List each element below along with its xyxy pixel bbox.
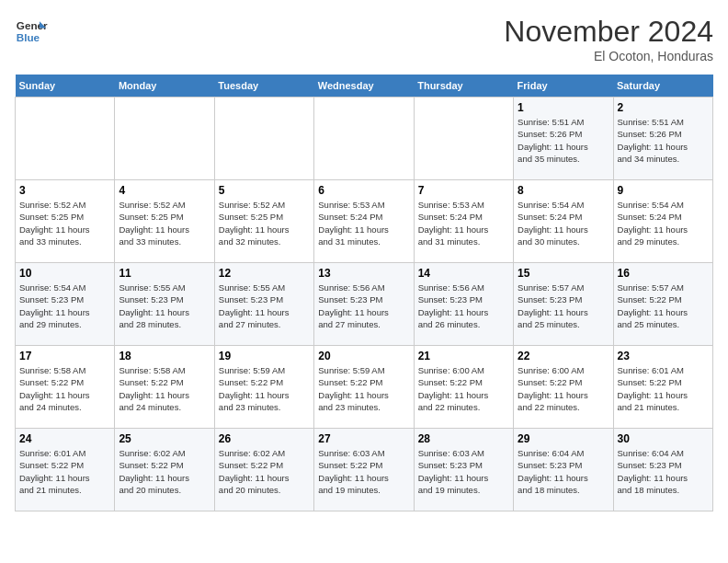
calendar-cell: 7Sunrise: 5:53 AMSunset: 5:24 PMDaylight… [414,180,513,263]
calendar-cell [16,98,115,180]
day-info: Sunrise: 6:03 AMSunset: 5:23 PMDaylight:… [418,447,509,496]
title-block: November 2024 El Ocoton, Honduras [504,15,713,63]
calendar-cell: 22Sunrise: 6:00 AMSunset: 5:22 PMDayligh… [514,346,613,429]
calendar-cell: 24Sunrise: 6:01 AMSunset: 5:22 PMDayligh… [16,429,115,511]
calendar-cell: 26Sunrise: 6:02 AMSunset: 5:22 PMDayligh… [214,429,313,511]
day-info: Sunrise: 5:59 AMSunset: 5:22 PMDaylight:… [318,364,409,413]
day-number: 11 [119,267,210,280]
day-number: 8 [518,184,609,197]
day-number: 25 [119,432,210,445]
weekday-header-wednesday: Wednesday [314,75,414,98]
day-number: 21 [418,350,509,362]
calendar-cell [214,98,313,180]
day-info: Sunrise: 5:53 AMSunset: 5:24 PMDaylight:… [318,199,409,247]
day-number: 7 [418,184,509,197]
calendar-cell: 27Sunrise: 6:03 AMSunset: 5:22 PMDayligh… [314,429,414,511]
day-info: Sunrise: 5:56 AMSunset: 5:23 PMDaylight:… [318,282,409,330]
day-info: Sunrise: 5:54 AMSunset: 5:23 PMDaylight:… [19,282,110,330]
day-info: Sunrise: 6:01 AMSunset: 5:22 PMDaylight:… [19,447,110,496]
logo: General Blue General Blue [15,15,48,48]
day-number: 20 [318,350,409,362]
weekday-header-thursday: Thursday [414,75,513,98]
day-info: Sunrise: 5:52 AMSunset: 5:25 PMDaylight:… [219,199,310,247]
day-number: 26 [219,432,310,445]
day-info: Sunrise: 6:02 AMSunset: 5:22 PMDaylight:… [219,447,310,496]
day-number: 27 [318,432,409,445]
calendar-cell: 16Sunrise: 5:57 AMSunset: 5:22 PMDayligh… [613,263,712,346]
calendar-cell [414,98,513,180]
calendar-cell: 9Sunrise: 5:54 AMSunset: 5:24 PMDaylight… [613,180,712,263]
day-number: 24 [19,432,110,445]
day-info: Sunrise: 6:02 AMSunset: 5:22 PMDaylight:… [119,447,210,496]
day-info: Sunrise: 5:59 AMSunset: 5:22 PMDaylight:… [219,364,310,413]
weekday-header-tuesday: Tuesday [214,75,313,98]
day-number: 2 [618,101,709,114]
calendar-cell: 6Sunrise: 5:53 AMSunset: 5:24 PMDaylight… [314,180,414,263]
day-info: Sunrise: 5:56 AMSunset: 5:23 PMDaylight:… [418,282,509,330]
calendar-week-1: 1Sunrise: 5:51 AMSunset: 5:26 PMDaylight… [16,98,713,180]
calendar-cell: 21Sunrise: 6:00 AMSunset: 5:22 PMDayligh… [414,346,513,429]
day-number: 4 [119,184,210,197]
day-info: Sunrise: 5:58 AMSunset: 5:22 PMDaylight:… [19,364,110,413]
calendar-cell: 23Sunrise: 6:01 AMSunset: 5:22 PMDayligh… [613,346,712,429]
day-info: Sunrise: 6:03 AMSunset: 5:22 PMDaylight:… [318,447,409,496]
day-number: 18 [119,350,210,362]
calendar-week-4: 17Sunrise: 5:58 AMSunset: 5:22 PMDayligh… [16,346,713,429]
day-info: Sunrise: 6:04 AMSunset: 5:23 PMDaylight:… [618,447,709,496]
day-info: Sunrise: 5:51 AMSunset: 5:26 PMDaylight:… [518,116,609,165]
calendar-cell: 25Sunrise: 6:02 AMSunset: 5:22 PMDayligh… [115,429,214,511]
day-info: Sunrise: 5:55 AMSunset: 5:23 PMDaylight:… [219,282,310,330]
month-title: November 2024 [504,15,713,49]
calendar-cell: 30Sunrise: 6:04 AMSunset: 5:23 PMDayligh… [613,429,712,511]
day-info: Sunrise: 5:53 AMSunset: 5:24 PMDaylight:… [418,199,509,247]
day-number: 30 [618,432,709,445]
day-number: 10 [19,267,110,280]
logo-icon: General Blue [15,15,48,48]
day-number: 28 [418,432,509,445]
day-number: 3 [19,184,110,197]
day-info: Sunrise: 5:57 AMSunset: 5:23 PMDaylight:… [518,282,609,330]
calendar-cell: 28Sunrise: 6:03 AMSunset: 5:23 PMDayligh… [414,429,513,511]
calendar-cell: 19Sunrise: 5:59 AMSunset: 5:22 PMDayligh… [214,346,313,429]
calendar-cell [314,98,414,180]
location: El Ocoton, Honduras [504,49,713,63]
day-info: Sunrise: 5:57 AMSunset: 5:22 PMDaylight:… [618,282,709,330]
calendar-week-5: 24Sunrise: 6:01 AMSunset: 5:22 PMDayligh… [16,429,713,511]
calendar-cell: 12Sunrise: 5:55 AMSunset: 5:23 PMDayligh… [214,263,313,346]
day-number: 22 [518,350,609,362]
day-number: 13 [318,267,409,280]
day-number: 19 [219,350,310,362]
day-number: 9 [618,184,709,197]
calendar-cell: 20Sunrise: 5:59 AMSunset: 5:22 PMDayligh… [314,346,414,429]
calendar-header: SundayMondayTuesdayWednesdayThursdayFrid… [16,75,713,98]
calendar-cell: 2Sunrise: 5:51 AMSunset: 5:26 PMDaylight… [613,98,712,180]
day-info: Sunrise: 5:51 AMSunset: 5:26 PMDaylight:… [618,116,709,165]
weekday-header-saturday: Saturday [613,75,712,98]
calendar-table: SundayMondayTuesdayWednesdayThursdayFrid… [15,75,713,511]
day-info: Sunrise: 5:55 AMSunset: 5:23 PMDaylight:… [119,282,210,330]
calendar-cell: 10Sunrise: 5:54 AMSunset: 5:23 PMDayligh… [16,263,115,346]
day-number: 16 [618,267,709,280]
svg-text:Blue: Blue [17,31,40,43]
day-info: Sunrise: 6:00 AMSunset: 5:22 PMDaylight:… [518,364,609,413]
calendar-cell: 15Sunrise: 5:57 AMSunset: 5:23 PMDayligh… [514,263,613,346]
calendar-cell: 1Sunrise: 5:51 AMSunset: 5:26 PMDaylight… [514,98,613,180]
weekday-header-monday: Monday [115,75,214,98]
day-number: 17 [19,350,110,362]
day-info: Sunrise: 6:01 AMSunset: 5:22 PMDaylight:… [618,364,709,413]
calendar-cell: 14Sunrise: 5:56 AMSunset: 5:23 PMDayligh… [414,263,513,346]
day-info: Sunrise: 5:54 AMSunset: 5:24 PMDaylight:… [618,199,709,247]
day-info: Sunrise: 6:04 AMSunset: 5:23 PMDaylight:… [518,447,609,496]
day-number: 6 [318,184,409,197]
weekday-header-friday: Friday [514,75,613,98]
weekday-header-sunday: Sunday [16,75,115,98]
calendar-week-3: 10Sunrise: 5:54 AMSunset: 5:23 PMDayligh… [16,263,713,346]
day-info: Sunrise: 5:52 AMSunset: 5:25 PMDaylight:… [119,199,210,247]
day-number: 14 [418,267,509,280]
day-number: 15 [518,267,609,280]
calendar-cell: 11Sunrise: 5:55 AMSunset: 5:23 PMDayligh… [115,263,214,346]
calendar-cell: 17Sunrise: 5:58 AMSunset: 5:22 PMDayligh… [16,346,115,429]
day-number: 5 [219,184,310,197]
calendar-cell: 8Sunrise: 5:54 AMSunset: 5:24 PMDaylight… [514,180,613,263]
day-info: Sunrise: 6:00 AMSunset: 5:22 PMDaylight:… [418,364,509,413]
